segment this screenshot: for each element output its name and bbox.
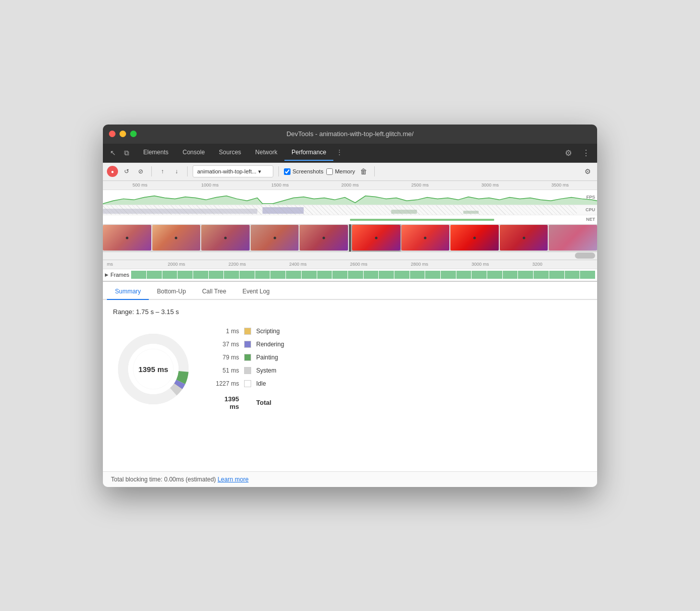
screenshot-2[interactable] [152, 225, 201, 251]
net-chart [103, 215, 597, 224]
net-label: NET [586, 217, 595, 222]
screenshot-6[interactable] [352, 225, 400, 251]
maximize-button[interactable] [130, 131, 137, 137]
frame-bar [441, 271, 456, 279]
rendering-color [244, 341, 251, 348]
record-button[interactable]: ● [107, 166, 118, 177]
layers-icon[interactable]: ⧉ [121, 148, 132, 158]
separator-4 [374, 166, 375, 176]
screenshot-4[interactable] [251, 225, 299, 251]
summary-section: 1395 ms 1 ms Scripting 37 ms Rendering 7… [113, 328, 587, 410]
tab-console[interactable]: Console [176, 145, 212, 161]
settings-icon[interactable]: ⚙ [562, 146, 575, 160]
ruler-mark-2500: 2500 ms [385, 182, 455, 188]
fps-label: FPS [586, 195, 595, 200]
trash-icon[interactable]: 🗑 [358, 166, 369, 176]
ruler-mark-2000: 2000 ms [315, 182, 385, 188]
selection-boundary [349, 224, 351, 252]
legend-rendering: 37 ms Rendering [214, 341, 284, 348]
sub-tab-call-tree[interactable]: Call Tree [194, 284, 235, 300]
url-dropdown[interactable]: animation-with-top-left... ▾ [193, 165, 273, 177]
range-text: Range: 1.75 s – 3.15 s [113, 308, 587, 316]
painting-color [244, 354, 251, 361]
donut-center-label: 1395 ms [138, 364, 168, 373]
main-tabs: Elements Console Sources Network Perform… [136, 145, 562, 161]
scripting-color [244, 328, 251, 335]
separator-2 [187, 166, 188, 176]
frames-label: Frames [110, 272, 129, 278]
scroll-bar-row[interactable] [103, 252, 597, 260]
memory-label: Memory [335, 168, 355, 174]
frame-bar [147, 271, 162, 279]
capture-settings-icon[interactable]: ⚙ [582, 166, 593, 176]
ruler-mark-3500: 3500 ms [525, 182, 595, 188]
ruler2-mark-2800: 2800 ms [411, 262, 472, 267]
idle-value: 1227 ms [214, 380, 239, 387]
reload-button[interactable]: ↺ [121, 166, 132, 177]
svg-rect-5 [350, 219, 494, 221]
frame-bar [456, 271, 472, 279]
frame-bar [503, 271, 518, 279]
memory-checkbox[interactable] [326, 168, 333, 175]
title-bar: DevTools - animation-with-top-left.glitc… [103, 125, 597, 144]
frame-bar [394, 271, 410, 279]
tab-network[interactable]: Network [248, 145, 284, 161]
total-value: 1395 ms [214, 395, 239, 410]
screenshot-7[interactable] [401, 225, 450, 251]
screenshots-row [103, 224, 597, 252]
tab-elements[interactable]: Elements [136, 145, 176, 161]
frame-bar [193, 271, 208, 279]
ruler2-mark-2000: 2000 ms [168, 262, 229, 267]
screenshot-3[interactable] [201, 225, 250, 251]
ruler2-mark-2200: 2200 ms [228, 262, 289, 267]
ruler2-mark-2600: 2600 ms [350, 262, 411, 267]
cursor-icon[interactable]: ↖ [107, 148, 119, 158]
frames-expand-icon[interactable]: ▶ [105, 272, 108, 277]
chevron-down-icon: ▾ [258, 168, 261, 175]
ruler2-mark-ms: ms [107, 262, 168, 267]
frame-bar [487, 271, 502, 279]
sub-tab-summary[interactable]: Summary [107, 284, 149, 300]
download-button[interactable]: ↓ [171, 166, 182, 177]
minimize-button[interactable] [120, 131, 126, 137]
system-value: 51 ms [214, 367, 239, 374]
screenshot-5[interactable] [300, 225, 348, 251]
main-content: Range: 1.75 s – 3.15 s [103, 300, 597, 471]
tab-sources[interactable]: Sources [212, 145, 248, 161]
cpu-row: CPU [103, 205, 597, 215]
screenshots-checkbox[interactable] [284, 168, 290, 175]
separator-3 [278, 166, 279, 176]
devtools-window: DevTools - animation-with-top-left.glitc… [103, 125, 597, 487]
tab-bar: ↖ ⧉ Elements Console Sources Network Per… [103, 144, 597, 163]
sub-tab-event-log[interactable]: Event Log [235, 284, 278, 300]
learn-more-link[interactable]: Learn more [217, 476, 248, 483]
tab-performance[interactable]: Performance [284, 145, 333, 161]
upload-button[interactable]: ↑ [157, 166, 168, 177]
close-button[interactable] [109, 131, 115, 137]
ruler2-marks: ms 2000 ms 2200 ms 2400 ms 2600 ms 2800 … [103, 262, 597, 267]
frame-bar [162, 271, 178, 279]
screenshot-8[interactable] [450, 225, 499, 251]
frame-bar [240, 271, 255, 279]
screenshot-9[interactable] [500, 225, 548, 251]
sub-tab-bottom-up[interactable]: Bottom-Up [149, 284, 194, 300]
tab-bar-right: ⚙ ⋮ [562, 146, 593, 160]
frame-bar [518, 271, 533, 279]
legend-painting: 79 ms Painting [214, 354, 284, 361]
sub-tabs: Summary Bottom-Up Call Tree Event Log [103, 282, 597, 300]
screenshot-10[interactable] [549, 225, 597, 251]
more-icon[interactable]: ⋮ [579, 146, 593, 160]
screenshot-1[interactable] [103, 225, 151, 251]
donut-chart: 1395 ms [113, 329, 194, 409]
scripting-name: Scripting [256, 328, 280, 335]
screenshots-label: Screenshots [293, 168, 323, 174]
painting-name: Painting [256, 354, 278, 361]
frame-bar [549, 271, 564, 279]
separator-1 [151, 166, 152, 176]
ruler: 500 ms 1000 ms 1500 ms 2000 ms 2500 ms 3… [103, 181, 597, 190]
clear-button[interactable]: ⊘ [135, 166, 146, 177]
dot-3 [224, 236, 226, 239]
tab-more[interactable]: ⋮ [333, 145, 345, 161]
scroll-handle[interactable] [575, 253, 595, 259]
screenshots-group: Screenshots [284, 168, 323, 175]
